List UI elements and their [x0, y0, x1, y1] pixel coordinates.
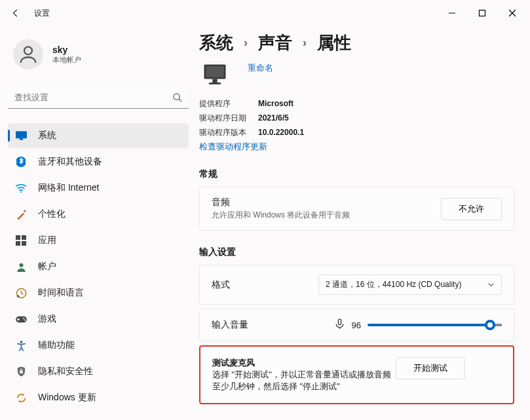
test-mic-title: 测试麦克风 [212, 357, 396, 369]
accounts-icon [14, 260, 28, 273]
user-row[interactable]: sky 本地帐户 [8, 34, 189, 75]
svg-rect-7 [16, 131, 27, 138]
breadcrumb-system[interactable]: 系统 [199, 31, 233, 54]
nav: 系统蓝牙和其他设备网络和 Internet个性化应用帐户时间和语言游戏辅助功能隐… [8, 123, 189, 410]
sidebar-item-label: 帐户 [38, 261, 56, 273]
minimize-button[interactable] [437, 3, 467, 24]
update-icon [14, 391, 28, 404]
gaming-icon [14, 313, 28, 326]
provider-label: 提供程序 [199, 96, 258, 111]
chevron-right-icon: › [242, 36, 249, 50]
svg-point-18 [16, 295, 19, 297]
sidebar-item-label: 应用 [38, 235, 56, 246]
search-input[interactable] [14, 92, 172, 102]
close-icon [508, 9, 516, 17]
svg-point-21 [24, 319, 26, 320]
svg-point-4 [24, 47, 32, 54]
person-icon [17, 43, 39, 66]
sidebar-item-label: 隐私和安全性 [38, 366, 93, 377]
sidebar-item-gaming[interactable]: 游戏 [8, 307, 189, 332]
driver-version-label: 驱动程序版本 [199, 125, 258, 140]
device-header: 重命名 [199, 60, 514, 91]
sidebar-item-bluetooth[interactable]: 蓝牙和其他设备 [8, 149, 189, 174]
search-box[interactable] [8, 86, 189, 109]
driver-date-label: 驱动程序日期 [199, 111, 258, 125]
sidebar-item-accounts[interactable]: 帐户 [8, 254, 189, 279]
rename-link[interactable]: 重命名 [248, 62, 273, 74]
minimize-icon [448, 9, 456, 17]
format-dropdown[interactable]: 2 通道，16 位，44100 Hz (CD Quality) [318, 275, 502, 295]
apps-icon [14, 234, 28, 247]
svg-point-22 [20, 340, 22, 343]
test-microphone-card: 测试麦克风 选择 "开始测试"，并以正常音量通话或播放音频至少几秒钟，然后选择 … [199, 345, 514, 404]
deny-button[interactable]: 不允许 [441, 198, 502, 220]
svg-rect-25 [206, 66, 224, 77]
sidebar-item-time[interactable]: 时间和语言 [8, 280, 189, 305]
svg-point-10 [20, 191, 22, 193]
arrow-left-icon [11, 9, 20, 18]
audio-allow-card: 音频 允许应用和 Windows 将此设备用于音频 不允许 [199, 187, 514, 231]
svg-rect-23 [20, 371, 23, 373]
svg-point-20 [23, 318, 24, 319]
format-label: 格式 [212, 279, 230, 291]
sidebar-item-apps[interactable]: 应用 [8, 228, 189, 253]
back-button[interactable] [5, 3, 26, 24]
settings-window: 设置 sky 本地帐户 系统蓝牙和其他设备网络和 Internet个性化 [0, 0, 530, 420]
main-content: 系统 › 声音 › 属性 重命名 提供程序Microsoft 驱动程序日期202… [197, 26, 530, 420]
svg-rect-15 [22, 241, 26, 246]
svg-rect-27 [209, 83, 221, 85]
window-title: 设置 [34, 8, 50, 19]
sidebar-item-personalization[interactable]: 个性化 [8, 202, 189, 227]
input-volume-value: 96 [352, 320, 361, 330]
input-volume-card: 输入音量 96 [199, 309, 514, 341]
sidebar-item-label: 游戏 [38, 313, 56, 325]
maximize-icon [478, 9, 486, 17]
audio-desc: 允许应用和 Windows 将此设备用于音频 [212, 210, 350, 221]
time-icon [14, 286, 28, 299]
sidebar: sky 本地帐户 系统蓝牙和其他设备网络和 Internet个性化应用帐户时间和… [0, 26, 197, 420]
sidebar-item-label: 时间和语言 [38, 287, 84, 299]
slider-thumb[interactable] [485, 320, 495, 330]
sidebar-item-privacy[interactable]: 隐私和安全性 [8, 359, 189, 384]
input-volume-slider[interactable] [368, 324, 502, 326]
svg-rect-26 [212, 79, 217, 83]
svg-rect-1 [480, 10, 485, 16]
user-type: 本地帐户 [52, 55, 81, 65]
format-card: 格式 2 通道，16 位，44100 Hz (CD Quality) [199, 265, 514, 305]
sidebar-item-update[interactable]: Windows 更新 [8, 385, 189, 410]
breadcrumb: 系统 › 声音 › 属性 [199, 31, 514, 54]
sidebar-item-label: 个性化 [38, 208, 66, 220]
sidebar-item-label: 网络和 Internet [38, 182, 99, 194]
personalization-icon [14, 208, 28, 221]
device-info: 提供程序Microsoft 驱动程序日期2021/6/5 驱动程序版本10.0.… [199, 96, 514, 153]
sidebar-item-network[interactable]: 网络和 Internet [8, 176, 189, 200]
close-button[interactable] [497, 3, 527, 24]
svg-rect-14 [16, 241, 20, 246]
svg-rect-8 [19, 138, 22, 140]
section-input-title: 输入设置 [199, 246, 514, 258]
sidebar-item-accessibility[interactable]: 辅助功能 [8, 333, 189, 358]
sidebar-item-label: 系统 [38, 130, 56, 142]
svg-rect-13 [22, 235, 26, 240]
svg-point-5 [174, 94, 180, 100]
sidebar-item-label: 蓝牙和其他设备 [38, 156, 102, 168]
breadcrumb-properties: 属性 [317, 31, 351, 54]
sidebar-item-label: Windows 更新 [38, 392, 96, 404]
chevron-down-icon [487, 281, 495, 288]
sidebar-item-label: 辅助功能 [38, 339, 75, 351]
chevron-right-icon: › [301, 36, 308, 50]
maximize-button[interactable] [467, 3, 497, 24]
svg-rect-28 [338, 319, 341, 325]
check-driver-update-link[interactable]: 检查驱动程序更新 [199, 141, 267, 153]
sidebar-item-system[interactable]: 系统 [8, 123, 189, 148]
svg-rect-12 [16, 235, 20, 240]
monitor-icon [199, 60, 231, 91]
driver-date-value: 2021/6/5 [258, 111, 289, 125]
start-test-button[interactable]: 开始测试 [396, 357, 465, 379]
accessibility-icon [14, 339, 28, 352]
provider-value: Microsoft [258, 96, 293, 111]
test-mic-desc: 选择 "开始测试"，并以正常音量通话或播放音频至少几秒钟，然后选择 "停止测试" [212, 369, 396, 392]
breadcrumb-sound[interactable]: 声音 [258, 31, 292, 54]
format-value: 2 通道，16 位，44100 Hz (CD Quality) [326, 279, 461, 290]
section-general-title: 常规 [199, 168, 514, 180]
